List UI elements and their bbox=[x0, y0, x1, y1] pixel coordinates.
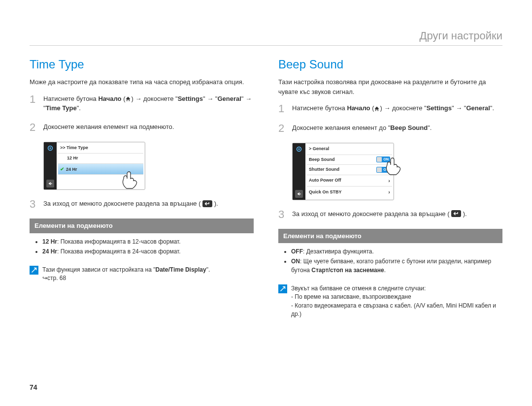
return-icon bbox=[46, 180, 54, 187]
home-label: Начало bbox=[347, 104, 370, 112]
step-number: 1 bbox=[278, 103, 287, 114]
timetype-label: Time Type bbox=[46, 104, 77, 112]
chevron-right-icon: › bbox=[388, 188, 390, 196]
left-column: Time Type Може да настроите да показвате… bbox=[30, 56, 254, 319]
intro-text: Тази настройка позволява при докосване н… bbox=[278, 77, 502, 96]
svg-point-1 bbox=[49, 147, 51, 149]
step1-text: → докоснете " bbox=[384, 104, 426, 112]
beep-sound-label: Beep Sound bbox=[390, 124, 428, 131]
step2-text: Докоснете желания елемент до " bbox=[292, 124, 390, 131]
submenu-header: Елементи на подменюто bbox=[30, 219, 254, 233]
section-heading-time-type: Time Type bbox=[30, 56, 254, 73]
note-text: Звукът на бипване се отменя в следните с… bbox=[291, 284, 502, 319]
bullet-item: ON: Ще чуете бипване, когато работите с … bbox=[291, 257, 502, 275]
check-icon: ✔ bbox=[60, 165, 64, 173]
general-label: General bbox=[466, 104, 490, 112]
bullet-item: 24 Hr: Показва информацията в 24-часов ф… bbox=[42, 247, 254, 256]
submenu-header: Елементи на подменюто bbox=[278, 229, 502, 244]
row-beep-sound: Beep Sound ON bbox=[307, 155, 392, 165]
step1-text: Натиснете бутона bbox=[292, 104, 347, 112]
breadcrumb: > General bbox=[307, 145, 392, 155]
svg-point-3 bbox=[298, 148, 300, 150]
screenshot-time-type: >> Time Type 12 Hr ✔24 Hr bbox=[43, 142, 145, 190]
right-column: Beep Sound Тази настройка позволява при … bbox=[278, 56, 502, 319]
step1-text: Натиснете бутона bbox=[43, 95, 98, 102]
step-number: 3 bbox=[30, 199, 38, 210]
section-heading-beep-sound: Beep Sound bbox=[278, 56, 502, 73]
intro-text: Може да настроите да показвате типа на ч… bbox=[30, 77, 254, 87]
note-icon bbox=[278, 284, 287, 293]
note-text: Тази функция зависи от настройката на "D… bbox=[42, 266, 254, 283]
option-12hr: 12 Hr bbox=[58, 153, 143, 163]
step1-text: → докоснете " bbox=[135, 95, 177, 102]
screenshot-general: > General Beep Sound ON Shutter Sound ON… bbox=[292, 143, 394, 200]
return-button-icon bbox=[202, 200, 212, 207]
note-icon bbox=[30, 266, 38, 275]
bullet-item: OFF: Дезактивира функцията. bbox=[291, 247, 502, 256]
gear-icon bbox=[295, 145, 303, 153]
general-label: General bbox=[217, 95, 241, 102]
toggle-on: ON bbox=[376, 167, 390, 173]
home-label: Начало bbox=[98, 95, 121, 102]
step3-text: За изход от менюто докоснете раздела за … bbox=[43, 200, 202, 207]
settings-label: Settings bbox=[427, 104, 452, 112]
gear-icon bbox=[46, 144, 54, 152]
step-number: 2 bbox=[30, 122, 38, 133]
chapter-title: Други настройки bbox=[30, 30, 502, 46]
breadcrumb: >> Time Type bbox=[58, 144, 143, 154]
step-number: 3 bbox=[278, 209, 287, 220]
home-icon bbox=[125, 96, 131, 102]
option-24hr-selected: ✔24 Hr bbox=[58, 163, 143, 175]
return-button-icon bbox=[451, 210, 461, 217]
step-number: 1 bbox=[30, 94, 38, 113]
page-number: 74 bbox=[30, 383, 37, 391]
chevron-right-icon: › bbox=[388, 177, 390, 185]
row-auto-power-off: Auto Power Off › bbox=[307, 175, 392, 187]
step3-text: За изход от менюто докоснете раздела за … bbox=[292, 210, 451, 218]
bullet-item: 12 Hr: Показва информацията в 12-часов ф… bbox=[42, 237, 254, 246]
toggle-on: ON bbox=[376, 156, 390, 162]
settings-label: Settings bbox=[178, 95, 203, 102]
row-shutter-sound: Shutter Sound ON bbox=[307, 164, 392, 175]
step-number: 2 bbox=[278, 123, 287, 134]
row-quick-on-stby: Quick On STBY › bbox=[307, 186, 392, 198]
step2-text: Докоснете желания елемент на подменюто. bbox=[43, 122, 254, 133]
home-icon bbox=[374, 106, 380, 112]
return-icon bbox=[295, 190, 303, 198]
